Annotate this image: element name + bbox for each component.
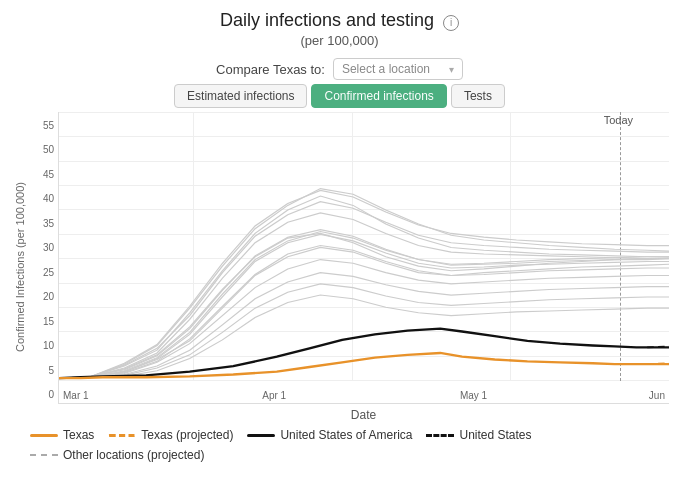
other-projected-line-icon (30, 454, 58, 456)
y-axis-label: Confirmed Infections (per 100,000) (10, 112, 30, 422)
legend-texas-projected: Texas (projected) (108, 428, 233, 442)
page-header: Daily infections and testing i (per 100,… (0, 0, 679, 52)
texas-label: Texas (63, 428, 94, 442)
chart-svg (59, 112, 669, 381)
x-axis-labels: Mar 1 Apr 1 May 1 Jun (59, 390, 669, 401)
x-tick-jun: Jun (649, 390, 665, 401)
x-tick-may1: May 1 (460, 390, 487, 401)
x-tick-mar1: Mar 1 (63, 390, 89, 401)
legend: Texas Texas (projected) United States of… (0, 422, 679, 468)
usa-projected-label: United States (459, 428, 531, 442)
dropdown-placeholder: Select a location (342, 62, 430, 76)
usa-label: United States of America (280, 428, 412, 442)
subtitle-text: (per 100,000) (0, 33, 679, 48)
compare-controls: Compare Texas to: Select a location ▾ (0, 58, 679, 80)
legend-usa: United States of America (247, 428, 412, 442)
legend-usa-projected: United States (426, 428, 531, 442)
chart-area: Confirmed Infections (per 100,000) 55 50… (10, 112, 669, 422)
legend-texas: Texas (30, 428, 94, 442)
tab-group: Estimated infections Confirmed infection… (0, 84, 679, 108)
texas-projected-line-icon (108, 434, 136, 437)
tab-estimated[interactable]: Estimated infections (174, 84, 307, 108)
usa-projected-line-icon (426, 434, 454, 437)
title-text: Daily infections and testing (220, 10, 434, 30)
chart-container: Today (58, 112, 669, 404)
texas-projected-label: Texas (projected) (141, 428, 233, 442)
texas-line-icon (30, 434, 58, 437)
x-tick-apr1: Apr 1 (262, 390, 286, 401)
tab-tests[interactable]: Tests (451, 84, 505, 108)
usa-line-icon (247, 434, 275, 437)
other-projected-label: Other locations (projected) (63, 448, 204, 462)
location-dropdown[interactable]: Select a location ▾ (333, 58, 463, 80)
compare-label: Compare Texas to: (216, 62, 325, 77)
tab-confirmed[interactable]: Confirmed infections (311, 84, 446, 108)
chevron-down-icon: ▾ (449, 64, 454, 75)
info-icon[interactable]: i (443, 15, 459, 31)
y-axis: 55 50 45 40 35 30 25 20 15 10 5 0 (30, 112, 58, 422)
page-title: Daily infections and testing i (0, 10, 679, 31)
x-axis-label: Date (58, 408, 669, 422)
legend-other-projected: Other locations (projected) (30, 448, 649, 462)
